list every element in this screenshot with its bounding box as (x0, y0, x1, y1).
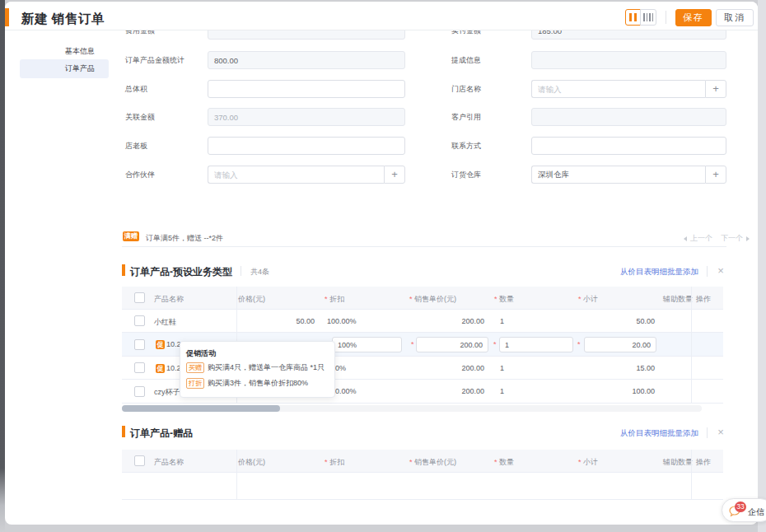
four-bars-icon (652, 13, 654, 21)
col-header-qty: * 数量 (494, 457, 514, 468)
required-mark: * (409, 458, 413, 466)
batch-add-from-pricelist-link[interactable]: 从价目表明细批量添加 (577, 267, 698, 278)
section-divider (241, 266, 241, 276)
prev-arrow-icon[interactable] (684, 236, 687, 241)
related-amount-field[interactable] (208, 108, 405, 126)
field-label: 总体积 (125, 84, 204, 94)
select-all-checkbox[interactable] (134, 292, 145, 303)
discount-input[interactable] (332, 337, 402, 352)
section-title: 订单产品-预设业务类型 (130, 265, 232, 279)
field-label: 订单产品金额统计 (125, 55, 204, 65)
product-name: 10.2 (166, 340, 181, 348)
action-column-divider (691, 287, 692, 404)
tooltip-title: 促销活动 (186, 348, 216, 359)
promo-badge: 促 (156, 364, 165, 373)
unread-count-badge: 33 (735, 502, 746, 512)
unit-price-input[interactable] (416, 337, 488, 352)
qty-input[interactable] (499, 337, 573, 352)
buy-gift-tag: 买赠 (186, 362, 204, 373)
required-mark: * (325, 295, 328, 303)
next-arrow-icon[interactable] (746, 236, 750, 241)
next-promo-button[interactable]: 下一个 (721, 233, 743, 244)
save-button[interactable]: 保存 (675, 9, 712, 26)
field-label: 订货仓库 (451, 170, 530, 180)
batch-add-from-pricelist-link[interactable]: 从价目表明细批量添加 (577, 428, 698, 439)
product-discount: 100.00% (327, 317, 357, 325)
customer-ref-field[interactable] (531, 108, 726, 126)
required-mark: * (325, 458, 328, 466)
products-table-header: 产品名称 价格(元) * 折扣 * 销售单价(元) * 数量 * 小计 辅助数量… (122, 287, 723, 310)
section-divider (707, 266, 708, 277)
required-mark: * (494, 458, 497, 466)
store-name-field[interactable] (531, 80, 705, 98)
promo-tooltip: 促销活动 买赠 购买满4只，赠送单一仓库商品 *1只 打折 购买满3件，销售单价… (180, 341, 335, 398)
row-checkbox[interactable] (134, 386, 145, 397)
product-name: 10.2 (166, 364, 181, 372)
col-header-aux-qty: 辅助数量 (663, 294, 693, 305)
promo-pager: 上一个 下一个 (684, 233, 750, 244)
cancel-button[interactable]: 取消 (716, 9, 754, 26)
shop-owner-field[interactable] (208, 137, 405, 155)
row-checkbox[interactable] (134, 315, 145, 326)
col-header-subtotal: * 小计 (578, 457, 598, 468)
field-label: 关联金额 (125, 112, 204, 122)
field-label: 门店名称 (451, 84, 530, 94)
section-close-icon[interactable]: × (715, 426, 726, 438)
col-header-label: 数量 (499, 458, 514, 466)
contact-field[interactable] (531, 137, 726, 155)
tooltip-text: 购买满4只，赠送单一仓库商品 *1只 (208, 362, 325, 373)
partner-field[interactable] (208, 166, 384, 184)
product-subtotal: 50.00 (579, 317, 655, 325)
field-label: 客户引用 (451, 112, 530, 122)
warehouse-field[interactable] (531, 166, 705, 184)
page-title: 新建 销售订单 (21, 11, 105, 28)
page: 费用金额 订单产品金额统计 总体积 关联金额 店老板 合作伙伴 + 实付金额 提… (0, 0, 766, 532)
col-header-label: 小计 (583, 295, 598, 303)
field-label: 提成信息 (451, 55, 530, 65)
tooltip-text: 购买满3件，销售单价折扣80% (208, 378, 308, 389)
subtotal-input[interactable] (584, 337, 656, 352)
layout-one-column-toggle[interactable] (640, 9, 656, 26)
col-header-unit-price: * 销售单价(元) (409, 457, 456, 468)
col-header-price: 价格(元) (238, 294, 265, 305)
titlebar: 新建 销售订单 保存 取消 (5, 2, 758, 30)
col-header-label: 折扣 (329, 295, 344, 303)
select-all-checkbox[interactable] (134, 455, 145, 466)
product-qty: 1 (500, 364, 504, 372)
product-unit-price: 200.00 (410, 387, 484, 395)
section-divider (707, 427, 708, 438)
two-bars-icon (629, 13, 632, 21)
required-mark: * (493, 340, 497, 348)
horizontal-scrollbar-thumb[interactable] (122, 405, 280, 412)
row-checkbox[interactable] (134, 362, 145, 373)
required-mark: * (411, 340, 414, 348)
field-label: 店老板 (125, 141, 204, 151)
total-volume-field[interactable] (208, 80, 405, 98)
product-qty: 1 (500, 387, 504, 395)
col-header-discount: * 折扣 (325, 457, 344, 468)
discount-tag: 打折 (186, 378, 204, 389)
section-accent-bar (122, 264, 125, 276)
section-close-icon[interactable]: × (715, 264, 726, 277)
two-bars-icon (634, 13, 637, 21)
col-header-label: 折扣 (329, 458, 344, 466)
order-product-amount-field[interactable] (208, 51, 405, 69)
warehouse-add-button[interactable]: + (705, 166, 726, 184)
promo-banner-text: 订单满5件，赠送 --*2件 (146, 233, 223, 244)
four-bars-icon (643, 13, 645, 21)
chat-widget-button[interactable]: 33 企信 (722, 498, 766, 522)
sidebar-item-basic-info[interactable]: 基本信息 (20, 41, 109, 61)
prev-promo-button[interactable]: 上一个 (690, 233, 712, 244)
layout-two-column-toggle[interactable] (625, 9, 641, 26)
required-mark: * (577, 340, 581, 348)
tooltip-line: 买赠 购买满4只，赠送单一仓库商品 *1只 (186, 362, 325, 373)
product-qty: 1 (500, 317, 504, 325)
row-checkbox[interactable] (134, 339, 145, 350)
promo-type-tag: 满赠 (123, 231, 139, 241)
sidebar-item-order-products[interactable]: 订单产品 (20, 59, 109, 78)
col-header-qty: * 数量 (494, 294, 514, 305)
commission-info-field[interactable] (531, 51, 726, 69)
partner-add-button[interactable]: + (384, 166, 405, 184)
store-name-add-button[interactable]: + (705, 80, 726, 98)
chat-widget-label: 企信 (748, 506, 764, 518)
